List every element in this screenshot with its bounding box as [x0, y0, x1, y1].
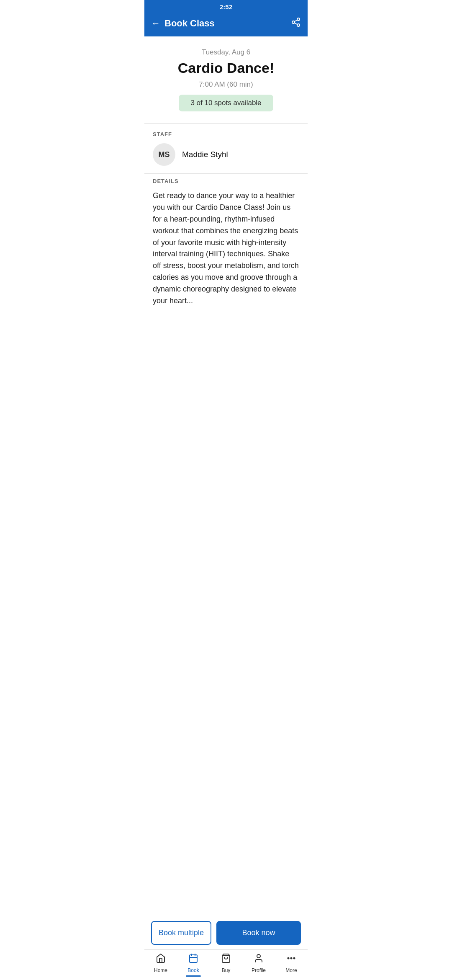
svg-line-3	[295, 23, 298, 25]
header-left: ← Book Class	[151, 18, 215, 29]
header: ← Book Class	[144, 12, 308, 36]
staff-row: MS Maddie Styhl	[153, 143, 299, 166]
staff-name: Maddie Styhl	[182, 150, 228, 159]
status-bar: 2:52	[144, 0, 308, 12]
share-button[interactable]	[291, 17, 301, 30]
details-section-label: DETAILS	[153, 178, 299, 184]
class-date: Tuesday, Aug 6	[153, 48, 299, 57]
svg-line-4	[295, 20, 298, 22]
class-info: Tuesday, Aug 6 Cardio Dance! 7:00 AM (60…	[144, 36, 308, 120]
details-text: Get ready to dance your way to a healthi…	[153, 190, 299, 307]
spots-badge: 3 of 10 spots available	[179, 95, 273, 111]
class-name: Cardio Dance!	[153, 60, 299, 76]
staff-section: STAFF MS Maddie Styhl	[144, 124, 308, 170]
class-time: 7:00 AM (60 min)	[153, 80, 299, 89]
details-section: DETAILS Get ready to dance your way to a…	[144, 174, 308, 315]
bottom-spacer	[144, 315, 308, 382]
staff-section-label: STAFF	[153, 131, 299, 137]
status-time: 2:52	[220, 3, 232, 10]
back-button[interactable]: ←	[151, 18, 160, 29]
header-title: Book Class	[164, 18, 215, 29]
staff-avatar: MS	[153, 143, 175, 166]
